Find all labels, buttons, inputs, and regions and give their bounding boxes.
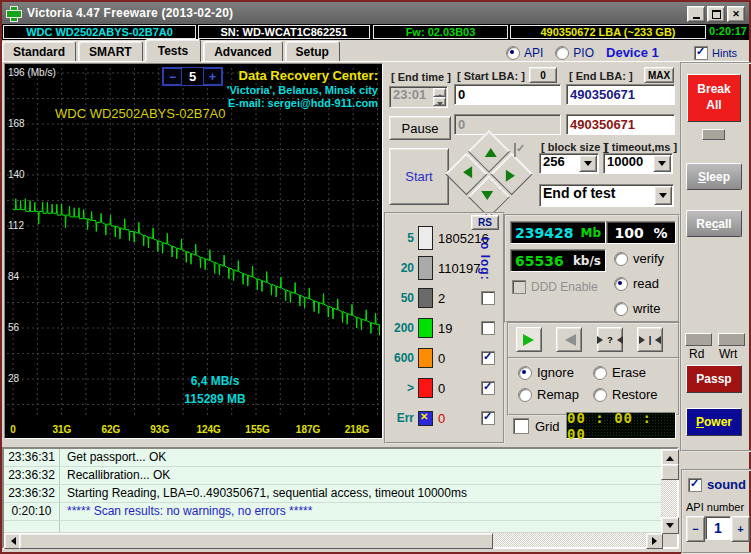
end-time-up[interactable] xyxy=(433,88,446,97)
grid-checkbox[interactable] xyxy=(513,418,529,434)
loop-checkbox[interactable] xyxy=(514,143,516,157)
tab-tests[interactable]: Tests xyxy=(145,39,201,62)
log-row[interactable]: 23:36:32Starting Reading, LBA=0..4903506… xyxy=(4,485,661,503)
vscroll-thumb[interactable] xyxy=(661,464,679,480)
rs-button[interactable]: RS xyxy=(471,215,499,230)
start-button[interactable]: Start xyxy=(389,148,449,205)
log-row[interactable]: 0:20:10***** Scan results: no warnings, … xyxy=(4,503,661,521)
api-minus-button[interactable]: − xyxy=(686,516,705,542)
start-lba-input[interactable]: 0 xyxy=(454,84,561,105)
close-button[interactable] xyxy=(727,6,745,22)
seek-defect-button[interactable]: ? xyxy=(597,327,623,352)
end-lba-label: [ End LBA: ] xyxy=(569,70,633,82)
current-speed: 6,4 MB/s xyxy=(160,374,270,388)
api-radio[interactable] xyxy=(506,46,520,60)
erase-radio[interactable] xyxy=(593,366,607,380)
log-list[interactable]: 23:36:31Get passport... OK23:36:32Recall… xyxy=(4,449,661,532)
ignore-option[interactable]: Ignore xyxy=(518,365,574,380)
banner-email: E-mail: sergei@hdd-911.com xyxy=(228,97,378,109)
bin-label: 200 xyxy=(388,321,414,335)
drive-firmware: Fw: 02.03B03 xyxy=(373,25,508,39)
api-plus-button[interactable]: + xyxy=(731,516,750,542)
sound-checkbox[interactable] xyxy=(688,478,702,492)
write-option[interactable]: write xyxy=(614,301,660,316)
x-tick-label: 155G xyxy=(245,424,269,435)
y-tick-label: 140 xyxy=(8,169,25,180)
passp-button[interactable]: Passp xyxy=(686,365,742,393)
restore-option[interactable]: Restore xyxy=(593,387,658,402)
hints-cluster: Hints xyxy=(694,46,737,60)
sleep-button[interactable]: Sleep xyxy=(686,163,742,190)
scroll-right-button[interactable] xyxy=(646,533,663,549)
scroll-down-button[interactable] xyxy=(661,517,679,534)
log-message: ***** Scan results: no warnings, no erro… xyxy=(60,503,312,520)
start-lba-zero-button[interactable]: 0 xyxy=(529,67,557,83)
minimize-button[interactable] xyxy=(687,6,705,22)
recall-button[interactable]: Recall xyxy=(686,210,742,237)
tab-smart[interactable]: SMART xyxy=(78,41,143,62)
bin-log-checkbox[interactable] xyxy=(481,411,495,425)
hscroll-thumb[interactable] xyxy=(19,533,493,549)
play-reverse-button[interactable] xyxy=(556,327,582,352)
block-size-dropdown-arrow[interactable] xyxy=(579,155,597,172)
device-label[interactable]: Device 1 xyxy=(606,45,659,60)
bin-log-checkbox[interactable] xyxy=(481,321,495,335)
start-lba-current: 0 xyxy=(454,114,561,135)
ddd-cluster: DDD Enable xyxy=(512,280,598,294)
log-time xyxy=(4,521,60,532)
bin-log-checkbox[interactable] xyxy=(481,351,495,365)
block-size-combo[interactable]: 256 xyxy=(539,153,599,174)
bin-log-checkbox[interactable] xyxy=(481,291,495,305)
break-all-button[interactable]: Break All xyxy=(687,74,741,122)
timeout-dropdown-arrow[interactable] xyxy=(653,155,671,172)
timeout-combo[interactable]: 10000 xyxy=(603,153,673,174)
ddd-checkbox[interactable] xyxy=(512,280,526,294)
read-radio[interactable] xyxy=(614,277,628,291)
write-radio[interactable] xyxy=(614,302,628,316)
seek-left-icon xyxy=(613,336,623,344)
end-time-spinner[interactable]: 23:01 xyxy=(389,86,448,108)
tab-advanced[interactable]: Advanced xyxy=(203,41,282,62)
verify-option[interactable]: verify xyxy=(614,251,664,266)
tab-standard[interactable]: Standard xyxy=(2,41,76,62)
hints-checkbox[interactable] xyxy=(694,46,708,60)
step-plus-button[interactable]: + xyxy=(203,68,222,85)
remap-option[interactable]: Remap xyxy=(518,387,579,402)
api-number-value[interactable]: 1 xyxy=(705,516,731,540)
log-row[interactable]: 23:36:31Get passport... OK xyxy=(4,449,661,467)
bin-log-checkbox[interactable] xyxy=(481,381,495,395)
end-lba-max-button[interactable]: MAX xyxy=(644,67,674,83)
log-time: 23:36:32 xyxy=(4,467,60,484)
verify-radio[interactable] xyxy=(614,252,628,266)
api-number-label: API number xyxy=(686,501,744,513)
erase-option[interactable]: Erase xyxy=(593,365,646,380)
step-value: 5 xyxy=(182,68,203,85)
data-read-display: 239428 Mb xyxy=(510,221,606,244)
play-forward-button[interactable] xyxy=(516,327,542,352)
seek-end-button[interactable]: | xyxy=(637,327,663,352)
end-lba-input[interactable]: 490350671 xyxy=(566,84,675,105)
read-option[interactable]: read xyxy=(614,276,659,291)
bin-label: 600 xyxy=(388,351,414,365)
maximize-button[interactable] xyxy=(707,6,725,22)
log-row[interactable]: 23:36:32Recallibration... OK xyxy=(4,467,661,485)
error-swatch-icon xyxy=(418,411,433,426)
completion-dropdown-arrow[interactable] xyxy=(654,186,672,205)
pio-radio[interactable] xyxy=(555,46,569,60)
bin-swatch-icon xyxy=(418,288,433,308)
restore-radio[interactable] xyxy=(593,388,607,402)
start-lba-label: [ Start LBA: ] xyxy=(457,70,525,82)
tab-setup[interactable]: Setup xyxy=(285,41,340,62)
end-time-down[interactable] xyxy=(433,97,446,106)
step-minus-button[interactable]: − xyxy=(163,68,182,85)
log-hscrollbar[interactable] xyxy=(4,533,661,547)
completion-combo[interactable]: End of test xyxy=(539,184,674,207)
pause-button[interactable]: Pause xyxy=(389,116,451,140)
power-button[interactable]: Power xyxy=(686,408,742,436)
ignore-radio[interactable] xyxy=(518,366,532,380)
log-row[interactable] xyxy=(4,521,661,532)
mb-unit: Mb xyxy=(580,226,601,240)
log-vscrollbar[interactable] xyxy=(661,449,677,532)
remap-radio[interactable] xyxy=(518,388,532,402)
histogram-row-200: 20019 xyxy=(388,313,498,343)
